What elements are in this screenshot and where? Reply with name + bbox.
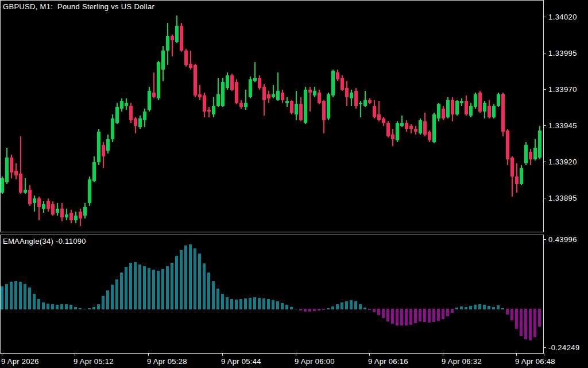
price-tick-label: 1.33995 — [548, 49, 577, 57]
indicator-title: EMAAngle(34) -0.11090 — [3, 237, 86, 246]
time-tick-label: 9 Apr 05:12 — [74, 357, 114, 366]
time-tick — [148, 353, 149, 356]
price-tick — [543, 198, 546, 198]
time-tick — [75, 353, 75, 356]
time-tick — [443, 353, 443, 356]
price-chart-panel[interactable]: GBPUSD, M1: Pound Sterling vs US Dollar — [0, 0, 544, 232]
price-tick-label: 1.34020 — [548, 13, 577, 21]
indicator-tick — [543, 347, 546, 348]
time-tick — [2, 353, 2, 356]
time-tick — [222, 353, 223, 356]
price-tick-label: 1.33945 — [548, 121, 577, 130]
indicator-tick-label: -0.24249 — [548, 343, 580, 352]
time-tick-label: 9 Apr 06:00 — [295, 357, 335, 366]
time-tick — [544, 353, 544, 356]
price-tick-label: 1.33895 — [548, 194, 577, 202]
time-axis[interactable]: 9 Apr 20269 Apr 05:129 Apr 05:289 Apr 05… — [0, 353, 588, 368]
indicator-panel[interactable]: EMAAngle(34) -0.11090 — [0, 235, 544, 354]
time-tick — [296, 353, 296, 356]
time-tick-label: 9 Apr 2026 — [1, 357, 39, 366]
price-axis[interactable]: 1.340201.339951.339701.339451.339201.338… — [543, 0, 588, 353]
time-tick — [516, 353, 517, 356]
time-tick-label: 9 Apr 05:28 — [147, 357, 187, 366]
time-tick-label: 9 Apr 05:44 — [221, 357, 261, 366]
time-tick — [369, 353, 370, 356]
price-tick — [543, 53, 546, 53]
chart-title: GBPUSD, M1: Pound Sterling vs US Dollar — [3, 2, 154, 11]
time-tick-label: 9 Apr 06:16 — [368, 357, 408, 366]
candlestick-plot — [1, 1, 543, 232]
mt5-chart-window: GBPUSD, M1: Pound Sterling vs US Dollar … — [0, 0, 588, 368]
histogram-plot — [1, 235, 543, 353]
indicator-tick — [543, 239, 546, 240]
indicator-tick-label: 0.43996 — [548, 235, 577, 244]
time-tick-label: 9 Apr 06:48 — [515, 357, 555, 366]
price-tick — [543, 17, 546, 17]
price-tick — [543, 89, 546, 90]
price-tick — [543, 162, 546, 162]
price-tick — [543, 125, 546, 126]
price-tick-label: 1.33970 — [548, 85, 577, 94]
time-tick-label: 9 Apr 06:32 — [442, 357, 482, 366]
price-tick-label: 1.33920 — [548, 158, 577, 166]
